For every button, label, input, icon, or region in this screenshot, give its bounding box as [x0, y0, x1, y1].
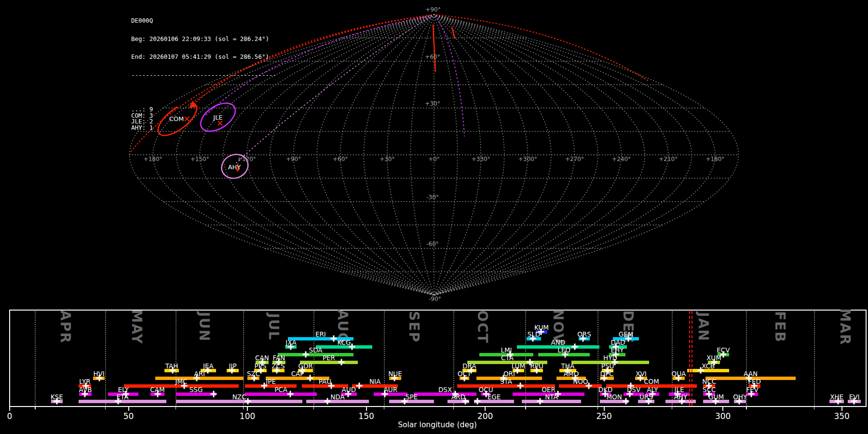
meteor-count-list: ...: 9COM: 3JLE: 2AHY: 1 — [131, 107, 276, 131]
axis-tick — [485, 407, 486, 411]
lat-tick-label: +60° — [425, 54, 440, 60]
month-minor-tick — [597, 407, 598, 409]
sky-map: COM JLE AHY +180°+150°+120°+90°+60°+30°+… — [0, 0, 868, 309]
axis-tick-label: 250 — [596, 411, 611, 421]
count-line: COM: 3 — [131, 113, 276, 119]
axis-tick — [247, 407, 248, 411]
lon-tick-label: +300° — [518, 156, 537, 163]
ahy-radiant-label: AHY — [228, 163, 241, 171]
shower-peak-marker — [835, 398, 841, 405]
current-sol-cursor — [689, 311, 692, 406]
shower-peak-marker — [287, 344, 294, 350]
shower-peak-marker — [382, 391, 388, 397]
lat-tick-label: -60° — [426, 241, 439, 247]
lon-tick-label: +120° — [237, 156, 256, 163]
month-label: MAY — [128, 309, 144, 344]
month-separator-line — [313, 311, 314, 406]
end-time-line: End: 20260107 05:41:29 (sol = 286.56°) — [131, 54, 276, 60]
month-minor-tick — [384, 407, 385, 409]
month-minor-tick — [176, 407, 176, 409]
shower-code-label: NIA — [369, 378, 380, 385]
shower-code-label: PCA — [274, 386, 287, 393]
shower-peak-marker — [170, 367, 176, 374]
shower-peak-marker — [571, 344, 578, 350]
shower-peak-marker — [302, 352, 309, 358]
month-label: APR — [57, 310, 73, 344]
shower-peak-marker — [338, 359, 344, 366]
axis-tick — [128, 407, 129, 411]
separator-line: ---------------------------------------- — [131, 72, 276, 79]
shower-peak-marker — [155, 391, 161, 397]
shower-code-label: AND — [551, 339, 566, 346]
shower-peak-marker — [712, 398, 719, 405]
axis-tick-label: 300 — [715, 411, 731, 421]
shower-code-label: SSG — [190, 386, 203, 393]
shower-peak-marker — [274, 367, 280, 374]
shower-peak-marker — [54, 398, 60, 405]
shower-peak-marker — [307, 375, 313, 381]
shower-peak-marker — [586, 383, 592, 389]
shower-peak-marker — [462, 398, 468, 405]
shower-peak-marker — [349, 344, 355, 350]
shower-peak-marker — [245, 398, 251, 405]
lon-tick-label: +0° — [428, 156, 440, 163]
lon-tick-label: +60° — [333, 156, 348, 163]
lon-tick-label: +210° — [659, 156, 678, 163]
shower-peak-marker — [345, 391, 352, 397]
shower-peak-marker — [115, 398, 121, 405]
shower-code-label: COM — [644, 378, 659, 385]
shower-peak-marker — [194, 375, 200, 381]
observation-info-block: DE000Q Beg: 20260106 22:09:33 (sol = 286… — [131, 6, 276, 137]
shower-peak-marker — [623, 398, 629, 405]
shower-code-label: NTA — [545, 393, 558, 401]
shower-peak-marker — [328, 383, 335, 389]
lat-tick-label: -30° — [426, 194, 439, 201]
shower-peak-marker — [675, 375, 681, 381]
shower-peak-marker — [534, 367, 540, 374]
shower-code-label: DSX — [438, 386, 452, 393]
shower-peak-marker — [517, 383, 524, 389]
shower-peak-marker — [331, 336, 337, 342]
shower-peak-marker — [580, 336, 586, 342]
lon-tick-label: +90° — [286, 156, 301, 163]
month-minor-tick — [105, 407, 106, 409]
shower-peak-marker — [205, 367, 211, 374]
red-track-segment — [433, 25, 435, 71]
axis-tick-label: 200 — [477, 411, 493, 421]
pole-drift-trail-right — [435, 16, 464, 136]
shower-peak-marker — [537, 398, 543, 405]
shower-peak-marker — [698, 367, 704, 374]
axis-tick-label: 100 — [240, 411, 255, 421]
shower-peak-marker — [515, 367, 521, 374]
shower-peak-marker — [748, 391, 755, 397]
ecliptic-edge-trail-right — [436, 15, 649, 81]
shower-peak-marker — [261, 383, 268, 389]
month-label: FEB — [772, 311, 788, 343]
shower-peak-marker — [81, 391, 88, 397]
month-minor-tick — [35, 407, 36, 409]
x-axis-title: Solar longitude (deg) — [398, 420, 477, 429]
lat-tick-label: +30° — [425, 100, 440, 107]
shower-code-label: NZC — [232, 393, 246, 401]
shower-peak-marker — [637, 375, 644, 381]
shower-peak-marker — [851, 398, 857, 405]
lon-tick-label: +150° — [190, 156, 209, 163]
month-separator-line — [105, 311, 106, 406]
shower-peak-marker — [325, 398, 331, 405]
axis-tick — [722, 407, 723, 411]
month-label: SEP — [406, 311, 422, 343]
shower-peak-marker — [678, 398, 685, 405]
shower-code-label: STA — [500, 378, 512, 385]
begin-time-line: Beg: 20260106 22:09:33 (sol = 286.24°) — [131, 36, 276, 42]
month-minor-tick — [243, 407, 244, 409]
axis-tick-label: 0 — [7, 411, 13, 421]
shower-peak-marker — [474, 398, 480, 405]
lat-tick-label: +90° — [425, 6, 440, 13]
red-track-segment-2 — [452, 27, 455, 38]
month-label: JUL — [265, 313, 281, 341]
shower-code-label: CTA — [501, 354, 514, 362]
meteor-radiant-activity-plot: { "header": { "station": "DE000Q", "beg"… — [0, 0, 868, 434]
shower-peak-marker — [211, 391, 217, 397]
shower-code-label: ERI — [315, 330, 326, 338]
month-label: JUN — [196, 312, 212, 342]
